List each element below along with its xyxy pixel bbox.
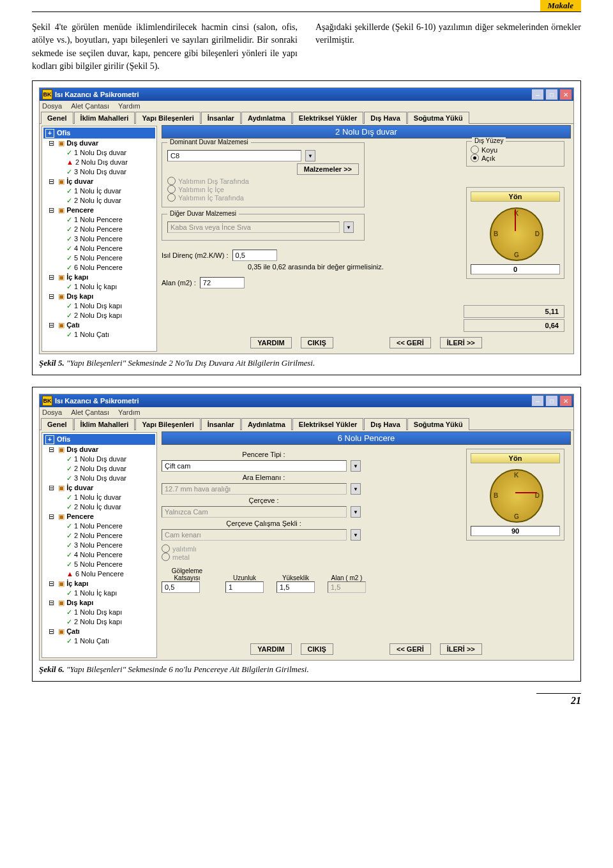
tree-item[interactable]: ✓ 1 Nolu Dış kapı (43, 608, 155, 617)
tree-root: Ofis (57, 435, 70, 444)
tree-item[interactable]: ✓ 5 Nolu Pencere (43, 253, 155, 263)
minimize-button[interactable]: – (531, 89, 544, 100)
shade-input[interactable]: 0,5 (162, 581, 200, 593)
tree-item[interactable]: ✓ 3 Nolu Dış duvar (43, 167, 155, 177)
tree-item[interactable]: ✓ 5 Nolu Pencere (43, 560, 155, 569)
tab-insan[interactable]: İnsanlar (201, 418, 241, 430)
menu-help[interactable]: Yardım (118, 102, 140, 110)
menu-file[interactable]: Dosya (42, 408, 62, 416)
tree-item[interactable]: ✓ 2 Nolu İç duvar (43, 502, 155, 512)
back-button[interactable]: << GERİ (390, 337, 431, 348)
tab-elek[interactable]: Elektriksel Yükler (292, 418, 364, 430)
back-button[interactable]: << GERİ (390, 643, 431, 655)
tree-item[interactable]: ✓ 1 Nolu İç kapı (43, 282, 155, 292)
yon-label: Yön (471, 191, 560, 202)
minimize-button[interactable]: – (531, 395, 544, 407)
tree-item[interactable]: ✓ 2 Nolu Dış kapı (43, 617, 155, 627)
tree-item[interactable]: ✓ 1 Nolu İç kapı (43, 588, 155, 598)
hgt-input[interactable]: 1,5 (276, 581, 315, 593)
tree-item[interactable]: ✓ 2 Nolu Dış duvar (43, 464, 155, 474)
tree-item[interactable]: ✓ 1 Nolu İç duvar (43, 186, 155, 196)
close-button[interactable]: ✕ (559, 89, 572, 100)
page-number: 21 (536, 693, 581, 707)
tree-item[interactable]: ✓ 4 Nolu Pencere (43, 550, 155, 560)
exit-button[interactable]: CIKIŞ (301, 337, 333, 348)
radio-acik[interactable] (471, 154, 479, 162)
tree-item[interactable]: ✓ 2 Nolu Pencere (43, 225, 155, 234)
tree-panel[interactable]: +Ofis ⊟ ▣ Dış duvar✓ 1 Nolu Dış duvar▲ 2… (42, 126, 157, 352)
len-input[interactable]: 1 (225, 581, 264, 593)
tab-dis[interactable]: Dış Hava (364, 418, 406, 430)
tree-item[interactable]: ✓ 2 Nolu İç duvar (43, 196, 155, 206)
chevron-down-icon[interactable]: ▼ (351, 460, 361, 472)
maximize-button[interactable]: □ (545, 395, 558, 407)
tab-dis[interactable]: Dış Hava (364, 112, 406, 124)
tab-elek[interactable]: Elektriksel Yükler (292, 112, 364, 124)
other-legend: Diğer Duvar Malzemesi (167, 210, 239, 217)
work-select[interactable]: Cam kenarı (162, 529, 347, 541)
menu-toolbox[interactable]: Alet Çantası (71, 102, 109, 110)
next-button[interactable]: İLERİ >> (440, 337, 482, 348)
compass-dial[interactable]: KGDB (487, 204, 544, 262)
tree-panel[interactable]: +Ofis ⊟ ▣ Dış duvar✓ 1 Nolu Dış duvar✓ 2… (42, 432, 157, 658)
tree-item[interactable]: ✓ 1 Nolu Çatı (43, 330, 155, 340)
materials-button[interactable]: Malzemeler >> (297, 163, 359, 175)
chevron-down-icon[interactable]: ▼ (351, 483, 361, 495)
tab-aydin[interactable]: Aydınlatma (241, 418, 292, 430)
tree-item[interactable]: ✓ 3 Nolu Dış duvar (43, 474, 155, 483)
tree-item[interactable]: ▲ 6 Nolu Pencere (43, 569, 155, 579)
tree-item[interactable]: ✓ 3 Nolu Pencere (43, 541, 155, 550)
panel-banner: 2 Nolu Dış duvar (162, 125, 571, 138)
res-input[interactable]: 0,5 (232, 250, 277, 261)
tree-item[interactable]: ✓ 1 Nolu Dış kapı (43, 301, 155, 311)
menu-toolbox[interactable]: Alet Çantası (71, 408, 109, 416)
tree-item[interactable]: ✓ 3 Nolu Pencere (43, 234, 155, 244)
tab-insan[interactable]: İnsanlar (201, 112, 241, 124)
tree-item[interactable]: ✓ 1 Nolu Dış duvar (43, 454, 155, 464)
maximize-button[interactable]: □ (545, 89, 558, 100)
tab-yapi[interactable]: Yapı Bileşenleri (135, 112, 200, 124)
body-para-left: Şekil 4'te görülen menüde iklimlendirile… (32, 21, 298, 73)
other-material-select[interactable]: Kaba Sıva veya İnce Sıva (167, 221, 340, 233)
tab-iklim[interactable]: İklim Mahalleri (74, 112, 135, 124)
ara-select[interactable]: 12.7 mm hava aralığı (162, 483, 347, 495)
add-icon[interactable]: + (45, 435, 54, 444)
close-button[interactable]: ✕ (559, 395, 572, 407)
tab-sogutma[interactable]: Soğutma Yükü (407, 112, 469, 124)
chevron-down-icon[interactable]: ▼ (351, 506, 361, 518)
tree-item[interactable]: ✓ 1 Nolu Dış duvar (43, 148, 155, 158)
radio-yalitimli (162, 544, 170, 553)
menu-help[interactable]: Yardım (118, 408, 140, 416)
area-input[interactable]: 72 (200, 277, 245, 288)
tree-item[interactable]: ✓ 6 Nolu Pencere (43, 263, 155, 273)
menu-file[interactable]: Dosya (42, 102, 62, 110)
add-icon[interactable]: + (45, 129, 54, 138)
next-button[interactable]: İLERİ >> (440, 643, 482, 655)
tab-sogutma[interactable]: Soğutma Yükü (407, 418, 469, 430)
exit-button[interactable]: CIKIŞ (301, 643, 333, 655)
tab-genel[interactable]: Genel (41, 112, 73, 124)
tree-item[interactable]: ✓ 1 Nolu İç duvar (43, 493, 155, 502)
tree-item[interactable]: ▲ 2 Nolu Dış duvar (43, 158, 155, 167)
help-button[interactable]: YARDIM (250, 643, 291, 655)
tree-item[interactable]: ✓ 1 Nolu Pencere (43, 215, 155, 225)
help-button[interactable]: YARDIM (250, 337, 291, 348)
tree-item[interactable]: ✓ 2 Nolu Pencere (43, 531, 155, 541)
tab-aydin[interactable]: Aydınlatma (241, 112, 292, 124)
cerc-select[interactable]: Yalnızca Cam (162, 506, 347, 518)
chevron-down-icon[interactable]: ▼ (305, 150, 315, 161)
dominant-material-select[interactable]: C8 (167, 150, 301, 161)
body-para-right: Aşağıdaki şekillerde (Şekil 6-10) yazılı… (315, 21, 581, 73)
tree-item[interactable]: ✓ 4 Nolu Pencere (43, 244, 155, 253)
tree-item[interactable]: ✓ 1 Nolu Çatı (43, 636, 155, 646)
tab-genel[interactable]: Genel (41, 418, 73, 430)
tab-yapi[interactable]: Yapı Bileşenleri (135, 418, 200, 430)
chevron-down-icon[interactable]: ▼ (344, 221, 354, 233)
chevron-down-icon[interactable]: ▼ (351, 529, 361, 541)
tab-iklim[interactable]: İklim Mahalleri (74, 418, 135, 430)
tree-item[interactable]: ✓ 2 Nolu Dış kapı (43, 311, 155, 320)
radio-koyu[interactable] (471, 146, 479, 154)
type-select[interactable]: Çift cam (162, 460, 347, 472)
tree-item[interactable]: ✓ 1 Nolu Pencere (43, 521, 155, 531)
compass-dial[interactable]: KGDB (487, 466, 544, 523)
